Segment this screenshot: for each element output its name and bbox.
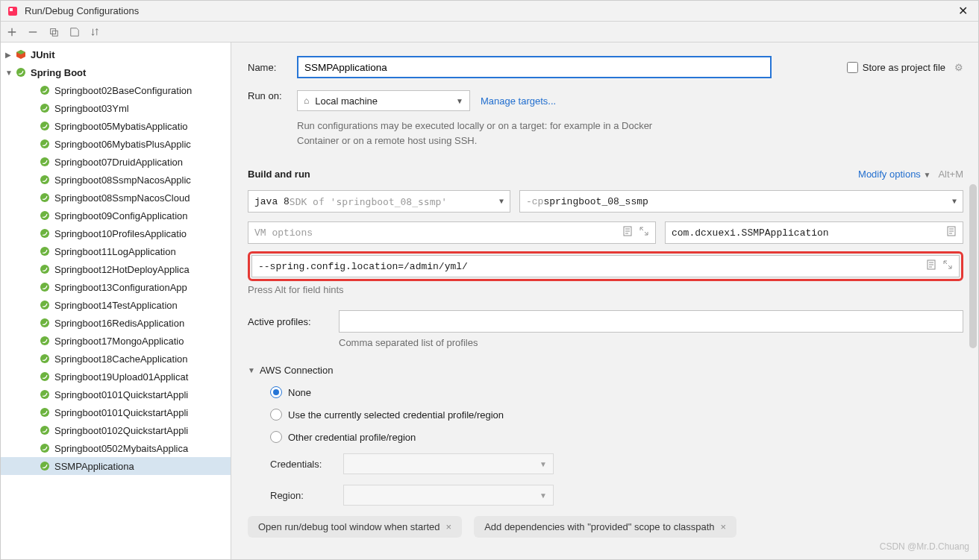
tree-springboot[interactable]: ▼ Spring Boot <box>1 63 231 81</box>
radio-icon <box>270 386 282 398</box>
sidebar-item[interactable]: Springboot0502MybaitsApplica <box>1 439 231 457</box>
shortcut-label: Alt+M <box>938 169 963 180</box>
spring-icon <box>40 282 50 292</box>
program-args-input[interactable]: --spring.config.location=/admin/yml/ <box>251 255 960 277</box>
sidebar-item[interactable]: Springboot16RedisApplication <box>1 314 231 332</box>
name-label: Name: <box>248 62 297 73</box>
sidebar-item[interactable]: Springboot0101QuickstartAppli <box>1 403 231 421</box>
modify-options-link[interactable]: Modify options ▼ <box>858 169 930 180</box>
expand-icon[interactable] <box>942 259 953 273</box>
tree-label: Springboot14TestApplication <box>54 300 178 311</box>
region-select: ▼ <box>343 485 554 506</box>
svg-point-4 <box>16 68 25 77</box>
sidebar-item[interactable]: Springboot09ConfigApplication <box>1 207 231 224</box>
aws-connection-header[interactable]: ▼ AWS Connection <box>248 365 963 376</box>
svg-point-12 <box>40 211 49 220</box>
radio-icon <box>270 409 282 421</box>
svg-point-16 <box>40 283 49 292</box>
document-icon[interactable] <box>622 226 633 239</box>
copy-button[interactable] <box>47 25 60 39</box>
remove-button[interactable] <box>26 25 40 39</box>
sidebar-item[interactable]: Springboot08SsmpNacosApplic <box>1 171 231 189</box>
sdk-select[interactable]: java 8 SDK of 'springboot_08_ssmp' ▼ <box>248 190 510 213</box>
spring-icon <box>40 103 50 113</box>
radio-icon <box>270 431 282 443</box>
spring-icon <box>40 300 50 310</box>
sidebar-item[interactable]: Springboot12HotDeployApplica <box>1 260 231 278</box>
spring-icon <box>40 85 50 95</box>
sidebar-item[interactable]: Springboot03Yml <box>1 99 231 117</box>
section-title: Build and run <box>248 169 310 180</box>
classpath-select[interactable]: -cp springboot_08_ssmp ▼ <box>519 190 963 213</box>
spring-icon <box>40 210 50 221</box>
tree-label: Springboot0101QuickstartAppli <box>54 407 188 418</box>
sidebar-item[interactable]: Springboot07DruidApplication <box>1 153 231 171</box>
aws-none-radio[interactable]: None <box>270 386 963 398</box>
sidebar-item[interactable]: Springboot18CacheApplication <box>1 350 231 368</box>
sidebar-item[interactable]: SSMPApplicationa <box>1 457 231 475</box>
chevron-down-icon: ▼ <box>248 366 255 374</box>
tree-label: Springboot12HotDeployApplica <box>54 264 190 275</box>
sidebar-item[interactable]: Springboot05MybatisApplicatio <box>1 117 231 135</box>
sidebar-item[interactable]: Springboot08SsmpNacosCloud <box>1 189 231 207</box>
svg-point-21 <box>40 372 49 381</box>
svg-point-13 <box>40 229 49 238</box>
gear-icon[interactable]: ⚙ <box>954 62 963 73</box>
tree-label: Springboot13ConfigurationApp <box>54 282 187 293</box>
chevron-down-icon: ▼ <box>539 460 547 468</box>
sidebar-item[interactable]: Springboot06MybatisPlusApplic <box>1 135 231 153</box>
sidebar-item[interactable]: Springboot10ProfilesApplicatio <box>1 224 231 242</box>
svg-point-23 <box>40 408 49 417</box>
store-as-project-checkbox[interactable] <box>847 62 858 73</box>
sidebar-item[interactable]: Springboot19Upload01Applicat <box>1 368 231 386</box>
sidebar-item[interactable]: Springboot0101QuickstartAppli <box>1 386 231 403</box>
save-template-button[interactable] <box>68 25 81 39</box>
vm-options-input[interactable]: VM options <box>248 221 656 244</box>
spring-icon <box>16 67 26 78</box>
credentials-select: ▼ <box>343 453 554 474</box>
name-input[interactable] <box>297 56 772 78</box>
tree-junit[interactable]: ▶ JUnit <box>1 45 231 63</box>
pill-add-provided-deps[interactable]: Add dependencies with "provided" scope t… <box>474 516 736 538</box>
document-icon[interactable] <box>946 226 957 239</box>
aws-other-radio[interactable]: Other credential profile/region <box>270 431 963 443</box>
close-icon[interactable]: ✕ <box>954 4 972 18</box>
svg-point-5 <box>40 86 49 95</box>
program-args-highlight: --spring.config.location=/admin/yml/ <box>248 251 963 281</box>
sidebar-item[interactable]: Springboot13ConfigurationApp <box>1 278 231 296</box>
close-icon[interactable]: × <box>721 521 727 532</box>
expand-icon[interactable] <box>639 226 649 239</box>
svg-rect-2 <box>51 28 56 34</box>
sidebar-item[interactable]: Springboot17MongoApplicatio <box>1 332 231 350</box>
app-logo-icon <box>7 5 19 17</box>
document-icon[interactable] <box>926 259 936 273</box>
config-sidebar[interactable]: ▶ JUnit ▼ Spring Boot Springboot02BaseCo… <box>1 43 231 559</box>
credentials-label: Credentials: <box>270 459 334 470</box>
spring-icon <box>40 246 50 257</box>
pill-open-tool-window[interactable]: Open run/debug tool window when started× <box>248 516 462 538</box>
sidebar-item[interactable]: Springboot14TestApplication <box>1 296 231 314</box>
spring-icon <box>40 228 50 239</box>
chevron-down-icon: ▼ <box>924 171 931 179</box>
aws-current-radio[interactable]: Use the currently selected credential pr… <box>270 409 963 421</box>
sort-button[interactable] <box>89 25 102 39</box>
config-form: Name: Store as project file ⚙ Run on: ⌂ … <box>231 43 978 559</box>
active-profiles-input[interactable] <box>339 310 963 333</box>
svg-point-18 <box>40 318 49 327</box>
main-class-input[interactable]: com.dcxuexi.SSMPApplication <box>665 221 963 244</box>
close-icon[interactable]: × <box>446 521 452 532</box>
sidebar-item[interactable]: Springboot02BaseConfiguration <box>1 81 231 99</box>
titlebar: Run/Debug Configurations ✕ <box>1 1 978 22</box>
tree-label: Springboot11LogApplication <box>54 246 176 257</box>
sidebar-item[interactable]: Springboot11LogApplication <box>1 242 231 260</box>
scrollbar[interactable] <box>969 184 977 348</box>
svg-point-9 <box>40 157 49 166</box>
tree-label: Springboot08SsmpNacosCloud <box>54 192 190 204</box>
runon-value: Local machine <box>315 95 378 107</box>
add-button[interactable] <box>5 25 19 39</box>
runon-select[interactable]: ⌂ Local machine ▼ <box>297 90 470 111</box>
spring-icon <box>40 407 50 418</box>
svg-point-20 <box>40 354 49 363</box>
manage-targets-link[interactable]: Manage targets... <box>481 95 556 107</box>
sidebar-item[interactable]: Springboot0102QuickstartAppli <box>1 421 231 439</box>
